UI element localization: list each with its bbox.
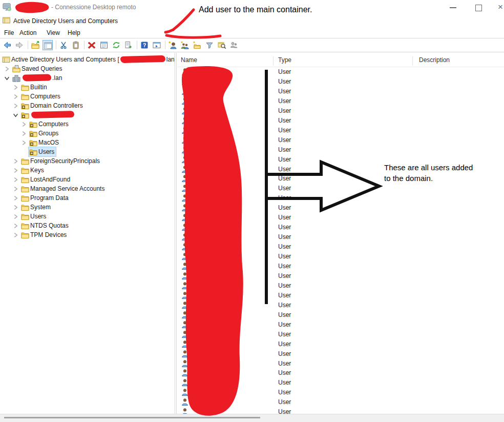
user-row[interactable]: User: [177, 232, 504, 242]
maximize-button[interactable]: [475, 5, 482, 11]
user-row[interactable]: User: [177, 378, 504, 388]
user-row[interactable]: User: [177, 96, 504, 106]
delete-icon[interactable]: [87, 40, 97, 50]
chevron-right-icon[interactable]: [13, 168, 18, 173]
tree-node[interactable]: LostAndFound: [20, 175, 72, 184]
user-row[interactable]: User: [177, 67, 504, 77]
user-row[interactable]: User: [177, 77, 504, 87]
tree-item-macos[interactable]: MacOS: [0, 138, 175, 147]
tree-node[interactable]: ForeignSecurityPrincipals: [20, 156, 101, 166]
show-window-icon[interactable]: [152, 40, 162, 50]
user-row[interactable]: User: [177, 262, 504, 271]
scrollbar-thumb[interactable]: [4, 417, 260, 418]
tree-node[interactable]: System: [20, 203, 52, 212]
user-row[interactable]: User: [177, 252, 504, 262]
tree-item-computers[interactable]: Computers: [0, 119, 175, 129]
user-row[interactable]: User: [177, 320, 504, 330]
tree-item-domain-controllers[interactable]: Domain Controllers: [0, 101, 175, 110]
tree-item-ntds-quotas[interactable]: NTDS Quotas: [0, 221, 175, 230]
user-row[interactable]: User: [177, 203, 504, 213]
tree-item-system[interactable]: System: [0, 203, 175, 212]
cut-icon[interactable]: [58, 40, 69, 50]
close-button[interactable]: ×: [496, 2, 504, 12]
new-user-icon[interactable]: [167, 40, 178, 50]
export-list-icon[interactable]: [123, 40, 134, 50]
change-context-icon[interactable]: [229, 40, 239, 50]
tree-item-builtin[interactable]: Builtin: [0, 83, 175, 92]
user-row[interactable]: User: [177, 359, 504, 369]
tree-item-lostandfound[interactable]: LostAndFound: [0, 175, 175, 184]
open-folder-icon[interactable]: [30, 40, 40, 50]
tree-item-users[interactable]: Users: [0, 147, 175, 156]
user-row[interactable]: User: [177, 368, 504, 378]
toggle-console-tree-icon[interactable]: [43, 40, 53, 50]
chevron-right-icon[interactable]: [13, 232, 18, 238]
user-row[interactable]: User: [177, 388, 504, 397]
tree-item-redacted[interactable]: Active Directory Users and Computers [la…: [0, 55, 175, 64]
user-row[interactable]: User: [177, 116, 504, 126]
new-group-icon[interactable]: [180, 40, 190, 50]
paste-icon[interactable]: [71, 40, 81, 50]
user-row[interactable]: User: [177, 300, 504, 310]
column-header-description[interactable]: Description: [419, 56, 450, 64]
back-icon[interactable]: [2, 40, 12, 50]
chevron-right-icon[interactable]: [21, 131, 27, 136]
chevron-right-icon[interactable]: [13, 158, 18, 164]
user-row[interactable]: User: [177, 174, 504, 184]
tree-item-saved-queries[interactable]: Saved Queries: [0, 64, 175, 73]
user-row[interactable]: User: [177, 339, 504, 349]
tree-node[interactable]: Saved Queries: [12, 64, 64, 73]
tree-item-users[interactable]: Users: [0, 212, 175, 221]
tree-node[interactable]: NTDS Quotas: [20, 221, 70, 230]
user-row[interactable]: User: [177, 310, 504, 320]
tree-item-tpm-devices[interactable]: TPM Devices: [0, 230, 175, 239]
user-row[interactable]: User: [177, 223, 504, 232]
user-row[interactable]: User: [177, 271, 504, 281]
chevron-right-icon[interactable]: [21, 122, 27, 127]
user-row[interactable]: User: [177, 87, 504, 96]
tree-item-groups[interactable]: Groups: [0, 129, 175, 138]
tree-node[interactable]: .lan: [12, 73, 64, 83]
filter-icon[interactable]: [204, 40, 215, 50]
user-row[interactable]: User: [177, 145, 504, 155]
chevron-right-icon[interactable]: [13, 205, 18, 210]
user-row[interactable]: User: [177, 184, 504, 193]
tree-node[interactable]: Computers: [29, 119, 70, 129]
user-row[interactable]: User: [177, 193, 504, 203]
tree-item-redacted[interactable]: [0, 110, 175, 119]
chevron-right-icon[interactable]: [13, 85, 18, 90]
chevron-right-icon[interactable]: [13, 94, 18, 99]
chevron-right-icon[interactable]: [13, 177, 18, 183]
user-row[interactable]: User: [177, 397, 504, 407]
tree-node[interactable]: TPM Devices: [20, 230, 68, 239]
chevron-right-icon[interactable]: [13, 223, 18, 229]
user-row[interactable]: User: [177, 135, 504, 145]
tree-item-redacted[interactable]: .lan: [0, 73, 175, 83]
tree-node[interactable]: MacOS: [29, 138, 60, 147]
column-header-type[interactable]: Type: [278, 56, 291, 64]
new-ou-icon[interactable]: [192, 40, 202, 50]
tree-node[interactable]: Groups: [29, 129, 60, 138]
tree-node[interactable]: Domain Controllers: [20, 101, 85, 110]
user-row[interactable]: User: [177, 281, 504, 291]
tree-node[interactable]: Computers: [20, 92, 62, 101]
tree-node[interactable]: Managed Service Accounts: [20, 184, 106, 193]
help-icon[interactable]: ?: [139, 40, 150, 50]
user-row[interactable]: User: [177, 349, 504, 359]
tree-item-program-data[interactable]: Program Data: [0, 193, 175, 203]
column-divider[interactable]: [412, 56, 413, 66]
user-row[interactable]: User: [177, 242, 504, 252]
properties-icon[interactable]: [99, 40, 109, 50]
tree-item-foreignsecurityprincipals[interactable]: ForeignSecurityPrincipals: [0, 156, 175, 166]
chevron-down-icon[interactable]: [13, 112, 18, 118]
tree-node[interactable]: Builtin: [20, 83, 49, 92]
chevron-right-icon[interactable]: [13, 186, 18, 192]
chevron-right-icon[interactable]: [13, 214, 18, 219]
forward-icon[interactable]: [14, 40, 25, 50]
tree-node[interactable]: Program Data: [20, 193, 70, 203]
user-row[interactable]: User: [177, 330, 504, 339]
tree-item-computers[interactable]: Computers: [0, 92, 175, 101]
menu-view[interactable]: View: [46, 29, 61, 37]
column-header-name[interactable]: Name: [181, 56, 197, 64]
user-row[interactable]: User: [177, 106, 504, 116]
